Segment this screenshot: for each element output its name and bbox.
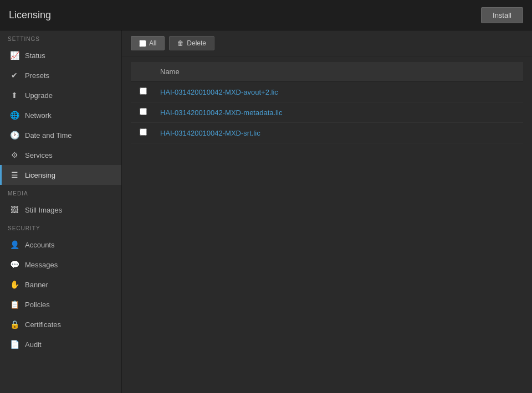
sidebar-item-status[interactable]: 📈 Status	[0, 45, 121, 65]
sidebar-item-label: Messages	[25, 261, 58, 269]
sidebar-item-accounts[interactable]: 👤 Accounts	[0, 235, 121, 255]
messages-icon: 💬	[9, 260, 19, 270]
sidebar-item-label: Date and Time	[25, 131, 72, 139]
delete-label: Delete	[187, 39, 206, 47]
settings-section-label: SETTINGS	[0, 30, 121, 45]
sidebar-item-label: Status	[25, 51, 45, 60]
row-checkbox-cell	[131, 82, 151, 102]
sidebar-item-label: Presets	[25, 71, 49, 80]
sidebar-item-presets[interactable]: ✔ Presets	[0, 65, 121, 85]
sidebar-item-banner[interactable]: ✋ Banner	[0, 275, 121, 294]
sidebar-item-label: Upgrade	[25, 91, 53, 100]
table-row: HAI-031420010042-MXD-metadata.lic	[131, 102, 523, 123]
sidebar-item-label: Services	[25, 151, 53, 159]
row-checkbox-cell	[131, 123, 151, 143]
layout: SETTINGS 📈 Status ✔ Presets ⬆ Upgrade 🌐 …	[0, 30, 532, 393]
sidebar-item-audit[interactable]: 📄 Audit	[0, 334, 121, 354]
delete-button[interactable]: 🗑 Delete	[169, 36, 214, 50]
checkbox-header	[131, 62, 151, 82]
sidebar-item-certificates[interactable]: 🔒 Certificates	[0, 314, 121, 334]
audit-icon: 📄	[9, 339, 19, 349]
sidebar: SETTINGS 📈 Status ✔ Presets ⬆ Upgrade 🌐 …	[0, 30, 122, 393]
row-checkbox-0[interactable]	[140, 87, 147, 95]
policies-icon: 📋	[9, 299, 19, 309]
licensing-icon: ☰	[9, 170, 19, 180]
license-table-container: Name HAI-031420010042-MXD-avout+2.licHAI…	[122, 56, 532, 393]
license-name-cell: HAI-031420010042-MXD-avout+2.lic	[151, 82, 523, 102]
license-name-cell: HAI-031420010042-MXD-srt.lic	[151, 123, 523, 143]
sidebar-item-upgrade[interactable]: ⬆ Upgrade	[0, 85, 121, 105]
all-button[interactable]: All	[131, 36, 165, 50]
media-section-label: MEDIA	[0, 185, 121, 200]
network-icon: 🌐	[9, 110, 19, 120]
sidebar-item-label: Licensing	[25, 171, 55, 179]
sidebar-item-label: Banner	[25, 281, 48, 289]
sidebar-item-label: Accounts	[25, 241, 54, 249]
install-button[interactable]: Install	[481, 7, 523, 23]
toolbar: All 🗑 Delete	[122, 30, 532, 56]
datetime-icon: 🕐	[9, 130, 19, 140]
certificates-icon: 🔒	[9, 319, 19, 329]
sidebar-item-label: Network	[25, 111, 52, 120]
sidebar-item-date-time[interactable]: 🕐 Date and Time	[0, 125, 121, 145]
sidebar-item-label: Audit	[25, 340, 42, 349]
sidebar-item-label: Certificates	[25, 320, 61, 329]
services-icon: ⚙	[9, 150, 19, 160]
main-content: All 🗑 Delete Name HAI-031420010042-MXD-a…	[122, 30, 532, 393]
sidebar-item-services[interactable]: ⚙ Services	[0, 145, 121, 165]
status-icon: 📈	[9, 50, 19, 60]
all-label: All	[149, 39, 156, 47]
license-file-link[interactable]: HAI-031420010042-MXD-avout+2.lic	[160, 88, 278, 96]
upgrade-icon: ⬆	[9, 90, 19, 100]
license-file-link[interactable]: HAI-031420010042-MXD-metadata.lic	[160, 108, 282, 117]
row-checkbox-1[interactable]	[140, 108, 147, 115]
sidebar-item-still-images[interactable]: 🖼 Still Images	[0, 200, 121, 220]
table-header-row: Name	[131, 62, 523, 82]
sidebar-item-licensing[interactable]: ☰ Licensing	[0, 165, 121, 185]
row-checkbox-cell	[131, 102, 151, 123]
license-file-link[interactable]: HAI-031420010042-MXD-srt.lic	[160, 129, 260, 137]
accounts-icon: 👤	[9, 240, 19, 250]
license-name-cell: HAI-031420010042-MXD-metadata.lic	[151, 102, 523, 123]
license-table: Name HAI-031420010042-MXD-avout+2.licHAI…	[131, 62, 523, 143]
sidebar-item-label: Policies	[25, 301, 50, 309]
sidebar-item-label: Still Images	[25, 206, 62, 214]
security-section-label: SECURITY	[0, 220, 121, 235]
sidebar-item-messages[interactable]: 💬 Messages	[0, 255, 121, 275]
header: Licensing Install	[0, 0, 532, 30]
page-title: Licensing	[9, 9, 51, 21]
all-checkbox[interactable]	[139, 40, 146, 47]
table-row: HAI-031420010042-MXD-srt.lic	[131, 123, 523, 143]
sidebar-item-policies[interactable]: 📋 Policies	[0, 294, 121, 314]
presets-icon: ✔	[9, 70, 19, 80]
table-row: HAI-031420010042-MXD-avout+2.lic	[131, 82, 523, 102]
still-images-icon: 🖼	[9, 205, 19, 215]
name-column-header: Name	[151, 62, 523, 82]
banner-icon: ✋	[9, 280, 19, 289]
sidebar-item-network[interactable]: 🌐 Network	[0, 105, 121, 125]
delete-icon: 🗑	[177, 39, 184, 47]
table-body: HAI-031420010042-MXD-avout+2.licHAI-0314…	[131, 82, 523, 143]
row-checkbox-2[interactable]	[140, 128, 147, 136]
